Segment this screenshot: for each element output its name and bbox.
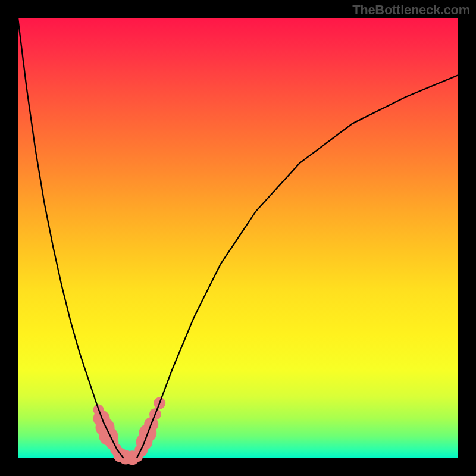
watermark-text: TheBottleneck.com — [352, 2, 470, 18]
chart-svg — [18, 18, 458, 458]
right-curve — [137, 75, 458, 458]
plot-area — [18, 18, 458, 458]
left-curve — [18, 18, 124, 458]
data-markers — [93, 397, 165, 465]
chart-frame: TheBottleneck.com — [0, 0, 476, 476]
